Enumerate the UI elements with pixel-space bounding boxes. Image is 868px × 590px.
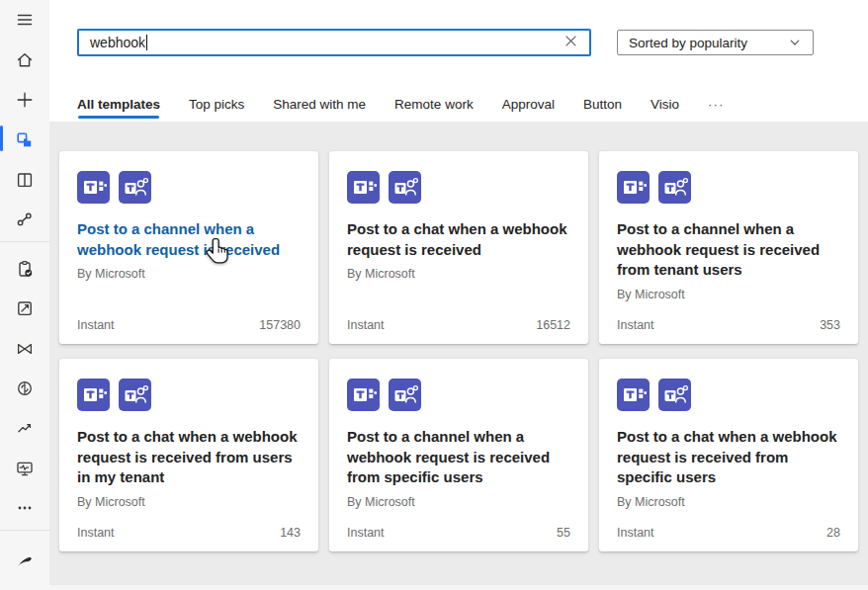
search-input-value: webhook xyxy=(90,35,145,50)
template-byline: By Microsoft xyxy=(347,267,570,281)
nav-item-templates[interactable] xyxy=(0,125,49,154)
menu-button[interactable] xyxy=(0,5,49,35)
teams-people-icon xyxy=(119,379,151,411)
nav-item-ai-builder[interactable] xyxy=(0,374,49,403)
tabs-overflow-button[interactable]: ··· xyxy=(708,97,725,121)
template-card[interactable]: Post to a channel when a webhook request… xyxy=(599,151,858,344)
template-byline: By Microsoft xyxy=(77,267,301,281)
card-app-icons xyxy=(347,171,570,204)
template-type-label: Instant xyxy=(617,526,654,540)
tab-remote-work[interactable]: Remote work xyxy=(394,97,474,121)
template-card[interactable]: Post to a channel when a webhook request… xyxy=(59,151,318,344)
card-footer: Instant 28 xyxy=(617,526,840,540)
clear-x-icon xyxy=(564,34,578,51)
template-card[interactable]: Post to a chat when a webhook request is… xyxy=(329,151,588,344)
teams-classic-icon xyxy=(347,379,380,411)
page-bottom-strip xyxy=(49,585,868,590)
template-use-count: 55 xyxy=(557,526,570,540)
template-card[interactable]: Post to a channel when a webhook request… xyxy=(329,359,588,551)
tab-shared-with-me[interactable]: Shared with me xyxy=(273,97,366,121)
template-title-link[interactable]: Post to a chat when a webhook request is… xyxy=(347,219,570,260)
learn-book-icon xyxy=(15,170,35,190)
tab-visio[interactable]: Visio xyxy=(651,97,679,121)
ui-flows-icon xyxy=(15,298,35,318)
card-app-icons xyxy=(77,379,301,411)
nav-item-home[interactable] xyxy=(0,45,49,75)
template-byline: By Microsoft xyxy=(347,495,570,509)
connectors-icon xyxy=(15,210,35,229)
rail-divider xyxy=(0,530,49,531)
template-use-count: 28 xyxy=(826,526,840,540)
card-app-icons xyxy=(617,379,840,411)
left-navigation-rail xyxy=(0,0,49,590)
tab-top-picks[interactable]: Top picks xyxy=(189,97,244,121)
card-footer: Instant 16512 xyxy=(347,318,570,332)
ai-builder-brain-icon xyxy=(15,379,35,398)
nav-item-connectors[interactable] xyxy=(0,205,49,234)
create-plus-icon xyxy=(15,90,35,110)
teams-classic-icon xyxy=(77,379,110,411)
templates-icon xyxy=(15,129,35,149)
main-content: webhook Sorted by popularity All templat… xyxy=(49,0,868,590)
process-advisor-icon xyxy=(15,339,35,359)
template-title-link[interactable]: Post to a chat when a webhook request is… xyxy=(617,427,840,488)
menu-icon xyxy=(15,10,35,30)
template-results-area: Post to a channel when a webhook request… xyxy=(49,122,868,590)
teams-people-icon xyxy=(389,171,421,204)
teams-classic-icon xyxy=(617,379,650,411)
teams-classic-icon xyxy=(617,171,650,204)
nav-item-approvals[interactable] xyxy=(0,254,49,284)
chevron-down-icon xyxy=(788,36,802,49)
tab-all-templates[interactable]: All templates xyxy=(77,97,160,121)
template-type-label: Instant xyxy=(77,526,115,540)
templates-page: webhook Sorted by popularity All templat… xyxy=(0,0,868,590)
template-card-grid: Post to a channel when a webhook request… xyxy=(59,151,858,551)
card-footer: Instant 157380 xyxy=(77,318,301,332)
nav-item-machines[interactable] xyxy=(0,454,49,483)
rail-divider xyxy=(0,241,49,242)
teams-classic-icon xyxy=(347,171,380,204)
teams-classic-icon xyxy=(77,171,110,204)
nav-item-learn[interactable] xyxy=(0,165,49,195)
template-card[interactable]: Post to a chat when a webhook request is… xyxy=(599,359,858,551)
template-type-label: Instant xyxy=(77,318,115,332)
template-type-label: Instant xyxy=(617,318,654,332)
card-footer: Instant 55 xyxy=(347,526,570,540)
home-icon xyxy=(15,50,35,70)
nav-item-create[interactable] xyxy=(0,85,49,115)
card-app-icons xyxy=(77,171,301,204)
tab-approval[interactable]: Approval xyxy=(502,97,555,121)
card-app-icons xyxy=(617,171,840,204)
nav-item-ui-flows[interactable] xyxy=(0,294,49,323)
teams-people-icon xyxy=(119,171,151,204)
teams-people-icon xyxy=(389,379,421,411)
sort-dropdown-value: Sorted by popularity xyxy=(629,36,747,50)
approvals-clipboard-icon xyxy=(15,259,35,279)
quill-pen-icon xyxy=(15,549,35,569)
nav-item-pen[interactable] xyxy=(0,545,49,574)
nav-item-analytics[interactable] xyxy=(0,413,49,443)
clear-search-button[interactable] xyxy=(564,34,578,51)
card-footer: Instant 143 xyxy=(77,526,301,540)
template-use-count: 157380 xyxy=(259,318,301,332)
template-title-link[interactable]: Post to a channel when a webhook request… xyxy=(347,427,570,488)
template-title-link[interactable]: Post to a channel when a webhook request… xyxy=(617,219,840,281)
nav-item-more[interactable] xyxy=(0,493,49,523)
more-ellipsis-icon xyxy=(15,498,35,518)
card-footer: Instant 353 xyxy=(617,318,840,332)
template-byline: By Microsoft xyxy=(617,288,840,301)
tab-button[interactable]: Button xyxy=(583,97,622,121)
nav-item-process-advisor[interactable] xyxy=(0,334,49,364)
template-use-count: 353 xyxy=(820,318,840,332)
template-byline: By Microsoft xyxy=(77,495,301,509)
template-title-link[interactable]: Post to a channel when a webhook request… xyxy=(77,219,301,260)
template-byline: By Microsoft xyxy=(617,495,840,509)
sort-dropdown[interactable]: Sorted by popularity xyxy=(617,30,814,55)
text-caret xyxy=(146,35,147,50)
template-card[interactable]: Post to a chat when a webhook request is… xyxy=(59,359,318,551)
search-input[interactable]: webhook xyxy=(77,29,591,56)
card-app-icons xyxy=(347,379,570,411)
teams-people-icon xyxy=(658,379,691,411)
template-category-tabs: All templates Top picks Shared with me R… xyxy=(77,97,725,121)
template-title-link[interactable]: Post to a chat when a webhook request is… xyxy=(77,427,301,488)
